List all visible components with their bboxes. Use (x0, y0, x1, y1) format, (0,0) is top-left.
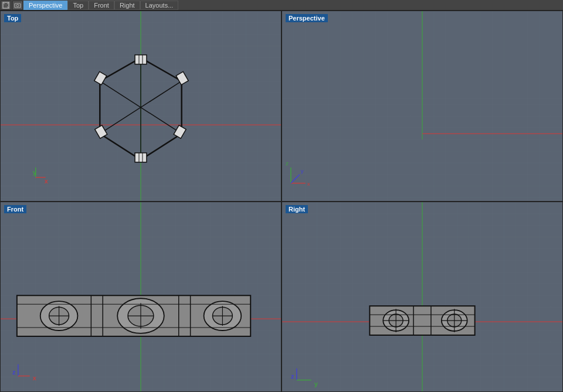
tab-layouts[interactable]: Layouts... (140, 1, 179, 10)
svg-text:y: y (301, 168, 304, 174)
svg-text:z: z (286, 160, 289, 166)
viewport-top[interactable]: y x Top (0, 11, 282, 202)
viewport-perspective[interactable]: z x y Perspective (282, 11, 563, 202)
front-viewport-label: Front (4, 205, 26, 213)
svg-rect-56 (135, 153, 147, 162)
viewport-grid: y x Top (0, 11, 563, 392)
tab-top[interactable]: Top (67, 1, 89, 10)
svg-rect-51 (135, 55, 147, 64)
right-viewport-label: Right (286, 205, 308, 213)
svg-text:x: x (45, 178, 48, 185)
viewport-front[interactable]: z x Front (0, 202, 282, 393)
svg-text:z: z (12, 368, 16, 375)
perspective-viewport-label: Perspective (286, 14, 328, 22)
svg-text:y: y (33, 169, 37, 176)
svg-text:y: y (314, 380, 318, 387)
tab-front[interactable]: Front (89, 1, 114, 10)
box-icon[interactable] (1, 1, 11, 10)
viewport-right[interactable]: z y Right (282, 202, 563, 393)
svg-text:z: z (291, 372, 294, 379)
top-viewport-label: Top (4, 14, 21, 22)
svg-text:x: x (33, 374, 36, 381)
toolbar: Perspective Top Front Right Layouts... (0, 0, 563, 11)
tab-right[interactable]: Right (114, 1, 140, 10)
tab-perspective[interactable]: Perspective (23, 1, 67, 10)
svg-text:x: x (307, 180, 310, 187)
svg-point-5 (16, 4, 19, 6)
camera-icon[interactable] (12, 1, 23, 10)
